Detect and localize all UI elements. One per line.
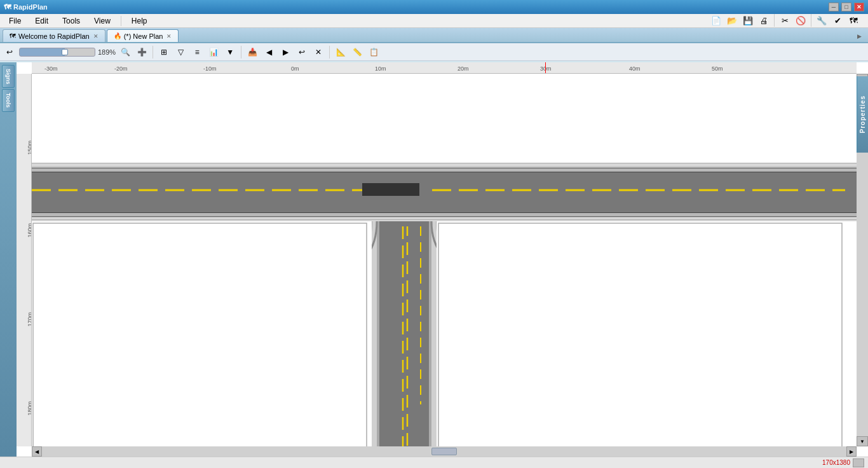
menu-help[interactable]: Help	[125, 15, 154, 27]
zoom-slider[interactable]	[19, 48, 95, 57]
tb2-list[interactable]: ≡	[190, 45, 204, 59]
tb2-layout[interactable]: ⊞	[157, 45, 171, 59]
toolbar-new[interactable]: 📄	[709, 14, 723, 28]
tb2-prev[interactable]: ◀	[262, 45, 276, 59]
tab-welcome[interactable]: 🗺 Welcome to RapidPlan ✕	[3, 29, 105, 42]
tb2-undo[interactable]: ↩	[295, 45, 309, 59]
ruler-mark--20: -20m	[114, 65, 128, 72]
minimize-button[interactable]: ─	[829, 3, 839, 11]
left-panels: Signs Tools	[0, 62, 17, 457]
ruler-mark--30: -30m	[44, 65, 58, 72]
svg-rect-4	[32, 172, 857, 172]
tab-welcome-close[interactable]: ✕	[93, 33, 98, 39]
side-area-right	[437, 221, 846, 446]
canvas-area[interactable]: -30m -20m -10m 0m 10m 20m 30m 40m 50m 15…	[17, 62, 868, 457]
tabs-bar: 🗺 Welcome to RapidPlan ✕ 🔥 (*) New Plan …	[0, 28, 868, 43]
statusbar-corner	[853, 458, 864, 467]
zoom-percent: 189%	[98, 48, 116, 56]
ruler-mark-10: 10m	[375, 65, 386, 72]
side-road-right-outer	[431, 221, 437, 446]
svg-rect-3	[32, 168, 857, 169]
side-road-surface	[379, 221, 429, 446]
toolbar-settings[interactable]: 🔧	[815, 14, 829, 28]
drawing-canvas[interactable]	[32, 74, 857, 446]
titlebar: 🗺 RapidPlan ─ □ ✕	[0, 0, 868, 14]
toolbar-map[interactable]: 🗺	[846, 14, 860, 28]
tb2-sep3	[329, 46, 330, 59]
tb2-chart[interactable]: 📊	[207, 45, 220, 59]
tb2-zoom-search[interactable]: 🔍	[118, 45, 132, 59]
tb2-next[interactable]: ▶	[278, 45, 292, 59]
tab-welcome-label: Welcome to RapidPlan	[18, 32, 90, 40]
toolbar-check[interactable]: ✔	[831, 14, 844, 28]
tb2-measure[interactable]: 📐	[334, 45, 348, 59]
menu-file[interactable]: File	[3, 15, 27, 27]
maximize-button[interactable]: □	[841, 3, 851, 11]
ruler-mark-40: 40m	[629, 65, 641, 72]
ruler-vertical: 150m 160m 170m 180m	[17, 74, 32, 446]
side-road-right-inner	[429, 221, 431, 446]
toolbar-open[interactable]: 📂	[725, 14, 739, 28]
svg-rect-5	[32, 212, 857, 213]
toolbar-sep1	[774, 14, 775, 27]
menu-tools[interactable]: Tools	[56, 15, 86, 27]
scrollbar-horizontal[interactable]: ◀ ▶	[32, 446, 857, 457]
app-icon: 🗺	[4, 3, 11, 11]
main-area: Signs Tools -30m -20m -10m 0m 10m 20m 30…	[0, 62, 868, 457]
toolbar-save[interactable]: 💾	[741, 14, 755, 28]
scroll-right-button[interactable]: ▶	[846, 446, 857, 457]
statusbar: 170x1380	[0, 457, 868, 468]
svg-rect-6	[32, 216, 857, 217]
stop-bar	[362, 183, 419, 196]
signs-panel-button[interactable]: Signs	[2, 65, 15, 88]
titlebar-title: 🗺 RapidPlan	[4, 3, 48, 11]
ruler-mark-150: 150m	[27, 141, 32, 155]
tb2-sep2	[241, 46, 241, 59]
scroll-left-button[interactable]: ◀	[32, 446, 42, 457]
side-road-left-inner	[377, 221, 379, 446]
tab-newplan[interactable]: 🔥 (*) New Plan ✕	[107, 29, 179, 42]
toolbar-print[interactable]: 🖨	[757, 14, 771, 28]
app-title: RapidPlan	[13, 3, 48, 11]
road-main-surface	[32, 172, 857, 212]
ruler-mark--10: -10m	[203, 65, 217, 72]
ruler-mark-20: 20m	[458, 65, 469, 72]
menu-edit[interactable]: Edit	[29, 15, 55, 27]
road-shoulder-top	[32, 167, 857, 172]
tb2-triangle[interactable]: ▽	[173, 45, 187, 59]
toolbar-sep2	[811, 14, 811, 27]
menu-view[interactable]: View	[88, 15, 117, 27]
tools-panel-button[interactable]: Tools	[2, 89, 15, 112]
tb2-delete[interactable]: ✕	[311, 45, 325, 59]
titlebar-controls: ─ □ ✕	[829, 3, 864, 11]
tb2-plus[interactable]: ➕	[135, 45, 149, 59]
toolbar-cut[interactable]: ✂	[778, 14, 792, 28]
tb2-import[interactable]: 📥	[245, 45, 259, 59]
menu-separator	[121, 16, 121, 26]
tb2-dropdown[interactable]: ▼	[223, 45, 237, 59]
tab-newplan-close[interactable]: ✕	[166, 33, 172, 39]
toolbar-cancel[interactable]: 🚫	[794, 14, 808, 28]
tb2-back[interactable]: ↩	[3, 45, 17, 59]
properties-panel[interactable]: Properties	[857, 76, 868, 153]
side-road-left-outer	[372, 221, 377, 446]
statusbar-coords: 170x1380	[822, 459, 850, 466]
ruler-red-marker	[545, 62, 546, 74]
ruler-mark-160: 160m	[27, 223, 32, 238]
zoom-area	[19, 48, 95, 57]
tb2-ruler[interactable]: 📏	[350, 45, 364, 59]
tb2-sep1	[153, 46, 153, 59]
svg-rect-2	[32, 163, 857, 163]
toolbar2: ↩ 189% 🔍 ➕ ⊞ ▽ ≡ 📊 ▼ 📥 ◀ ▶ ↩ ✕ 📐 📏 📋	[0, 43, 868, 61]
ruler-mark-50: 50m	[712, 65, 723, 72]
scroll-down-button[interactable]: ▼	[857, 436, 868, 446]
scroll-thumb-horizontal[interactable]	[431, 448, 457, 455]
ruler-mark-170: 170m	[27, 312, 32, 327]
close-button[interactable]: ✕	[854, 3, 864, 11]
tab-expand-button[interactable]: ▶	[853, 31, 865, 42]
tab-newplan-icon: 🔥	[114, 32, 121, 39]
tab-welcome-icon: 🗺	[10, 32, 16, 39]
tb2-clipboard[interactable]: 📋	[367, 45, 381, 59]
zoom-thumb[interactable]	[62, 49, 68, 55]
ruler-mark-0: 0m	[291, 65, 299, 72]
